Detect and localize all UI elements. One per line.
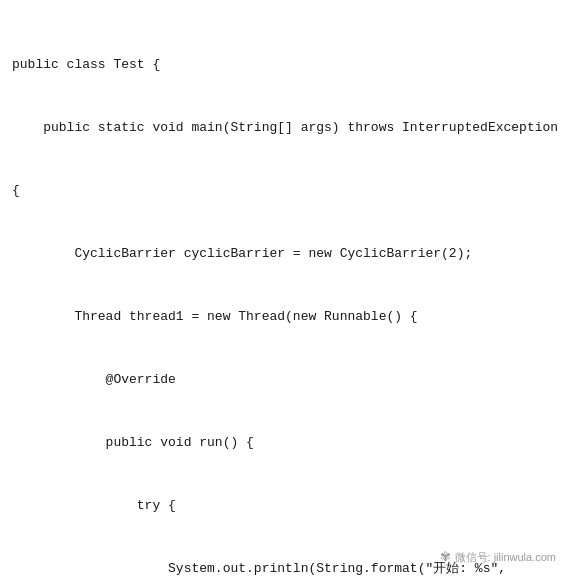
code-line: { [12,180,556,201]
code-line: Thread thread1 = new Thread(new Runnable… [12,306,556,327]
code-block: public class Test { public static void m… [0,8,568,578]
watermark-text: 微信号: jilinwula.com [455,549,556,567]
code-line: CyclicBarrier cyclicBarrier = new Cyclic… [12,243,556,264]
code-line: @Override [12,369,556,390]
code-line: try { [12,495,556,516]
watermark: ✾ 微信号: jilinwula.com [440,547,556,568]
code-line: public static void main(String[] args) t… [12,117,556,138]
code-container: public class Test { public static void m… [0,0,568,578]
code-line: public class Test { [12,54,556,75]
code-line: public void run() { [12,432,556,453]
watermark-icon: ✾ [440,547,451,568]
